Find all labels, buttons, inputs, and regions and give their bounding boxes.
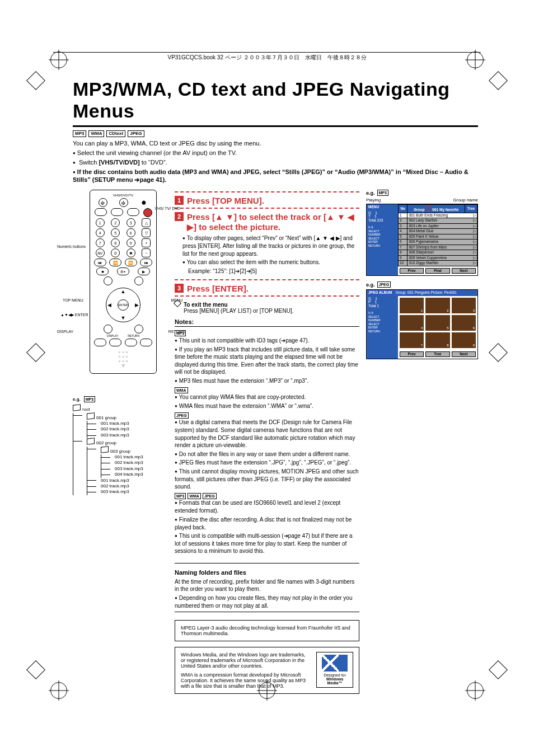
step-example: Example: “125”: [1]➔[2]➔[5] — [188, 267, 359, 275]
dash-rule — [175, 279, 359, 280]
badge-jpeg: JPEG — [203, 493, 217, 499]
intro-line: Select the unit viewing channel (or the … — [73, 149, 478, 157]
naming-heading: Naming folders and files — [175, 569, 359, 576]
remote-num: 1 — [96, 218, 105, 227]
remote-btn — [104, 325, 113, 334]
tree-node: 003 group — [110, 449, 130, 454]
badge-wma: WMA — [88, 130, 104, 137]
jpeg-thumbnail-grid: 123456789 — [398, 296, 477, 350]
remote-btn: ⏮ — [94, 259, 106, 266]
tree-eg: e.g. — [73, 397, 81, 402]
tree-node: root — [82, 407, 90, 412]
note-line: Formats that can be used are ISO9660 lev… — [175, 499, 359, 514]
remote-num: 8 — [111, 238, 120, 247]
remote-num: 4 — [96, 228, 105, 237]
wm-text: WMA is a compression format developed by… — [181, 672, 311, 689]
remote-btn: ▽ — [142, 228, 151, 237]
book-header: VP31GCQCS.book 32 ページ ２００３年７月３０日 水曜日 午後８… — [53, 52, 481, 62]
tree-track: 001 track.mp3 — [110, 454, 168, 460]
osd-row: 7007 Shrimps from Mars ▷ — [399, 245, 477, 250]
remote-num: 6 — [127, 228, 135, 237]
osd-button: Next — [452, 268, 476, 274]
remote-btn — [95, 208, 107, 216]
note-line: WMA files must have the extension “.WMA”… — [175, 402, 359, 410]
note-line: If you play an MP3 track that includes s… — [175, 346, 359, 376]
remote-btn: ■ — [96, 267, 109, 275]
dash-rule — [175, 208, 359, 209]
windows-media-logo: Designed for Windows Media™ — [316, 652, 353, 688]
osd-button: Prev — [400, 268, 424, 274]
osd-row: 8008 Starperson ▷ — [399, 250, 477, 256]
remote-num: 5 — [111, 228, 120, 237]
crop-mark — [50, 682, 67, 699]
remote-header: VHS/DVD/TV — [92, 194, 154, 197]
badge-wma: WMA — [188, 493, 201, 499]
osd-row: 1001 Both Ends Freezing ▷ — [399, 213, 477, 218]
tree-track: 003 track.mp3 — [96, 489, 168, 495]
tree-track: 002 track.mp3 — [96, 483, 168, 489]
eg-text: e.g. — [366, 282, 375, 288]
remote-btn: ✱ — [127, 248, 135, 257]
intro-text: to “DVD”. — [140, 159, 167, 166]
remote-dpad: ▲ ▼ ◀ ▶ ENTER — [106, 288, 140, 322]
remote-btn: ⬤ — [140, 198, 148, 206]
note-line: You cannot play WMA files that are copy-… — [175, 393, 359, 401]
note-line: Use a digital camera that meets the DCF … — [175, 419, 359, 449]
remote-btn — [104, 276, 113, 285]
eg-label: e.g. JPEG — [366, 281, 478, 288]
badge-cdtext: CDtext — [106, 130, 125, 137]
jpeg-thumbnail: 5 — [425, 315, 449, 331]
jpeg-thumbnail: 4 — [400, 315, 424, 331]
osd-button: Find — [425, 268, 449, 274]
remote-side-label: VHS/ TV/ DVD — [154, 206, 180, 210]
tree-track: 001 track.mp3 — [96, 421, 168, 426]
osd-button: Tree — [425, 351, 449, 358]
windows-media-box: Windows Media, and the Windows logo are … — [175, 647, 359, 694]
intro-text: Switch — [79, 159, 99, 166]
notes-block: MP3 This unit is not compatible with ID3… — [175, 329, 359, 555]
osd-jpeg-panel: JPEG ALBUM Group: 001 Penguins Picture: … — [366, 289, 478, 359]
remote-btn: ⏸▶ — [117, 267, 129, 275]
osd-button-row: PrevFindNext — [398, 266, 477, 276]
badge-jpeg: JPEG — [175, 412, 189, 419]
jpeg-thumbnail: 3 — [452, 298, 476, 313]
remote-btn — [94, 339, 106, 346]
naming-line: At the time of recording, prefix folder … — [175, 578, 359, 593]
remote-btn — [134, 276, 143, 285]
intro-text-bold: If the disc contains both audio data (MP… — [73, 168, 469, 184]
remote-illustration: VHS/DVD/TV ⏻ ⏻ ⬤ 123△ — [90, 190, 157, 374]
remote-btn — [111, 208, 123, 216]
remote-btn: AV — [96, 248, 105, 257]
badge-mp3: MP3 — [377, 190, 388, 196]
naming-block: At the time of recording, prefix folder … — [175, 578, 359, 609]
eg-label: e.g. MP3 — [366, 190, 478, 196]
page-title: MP3/WMA, CD text and JPEG Navigating Men… — [73, 78, 478, 122]
osd-total: Total 1 — [368, 304, 396, 308]
osd-table: NoGroup 001 My favoriteTree 1001 Both En… — [398, 204, 477, 266]
crop-arrow — [26, 660, 45, 679]
jpeg-thumbnail: 2 — [425, 298, 449, 313]
remote-side-label: Numeric buttons — [57, 245, 86, 248]
remote-btn — [109, 339, 121, 346]
jpeg-thumbnail: 8 — [425, 332, 449, 348]
badge-wma: WMA — [175, 387, 188, 393]
osd-row: 6006 Pyjamamama ▷ — [399, 240, 477, 245]
step-number: 3 — [175, 284, 184, 293]
remote-btn: ⏩ — [125, 259, 137, 266]
eg-text: e.g. — [366, 190, 375, 196]
step-title: Press [▲ ▼] to select the track or [▲ ▼ … — [187, 212, 359, 232]
osd-button: Prev — [400, 351, 424, 358]
intro-line: If the disc contains both audio data (MP… — [73, 168, 478, 185]
naming-line: Depending on how you create files, they … — [175, 594, 359, 609]
badge-mp3: MP3 — [84, 396, 95, 402]
tree-track: 003 track.mp3 — [96, 433, 168, 438]
osd-button: Next — [452, 351, 476, 358]
remote-num: 0 — [111, 248, 120, 257]
remote-btn — [127, 208, 139, 216]
intro-block: You can play a MP3, WMA, CD text or JPEG… — [73, 139, 478, 184]
osd-row: 10010 Ziggy Starfish ▷ — [399, 261, 477, 266]
folder-icon — [87, 412, 95, 419]
osd-row: 9009 Velvet Cuppermine ▷ — [399, 255, 477, 261]
remote-btn: − — [142, 248, 151, 257]
format-badges: MP3WMACDtextJPEG — [73, 130, 478, 137]
